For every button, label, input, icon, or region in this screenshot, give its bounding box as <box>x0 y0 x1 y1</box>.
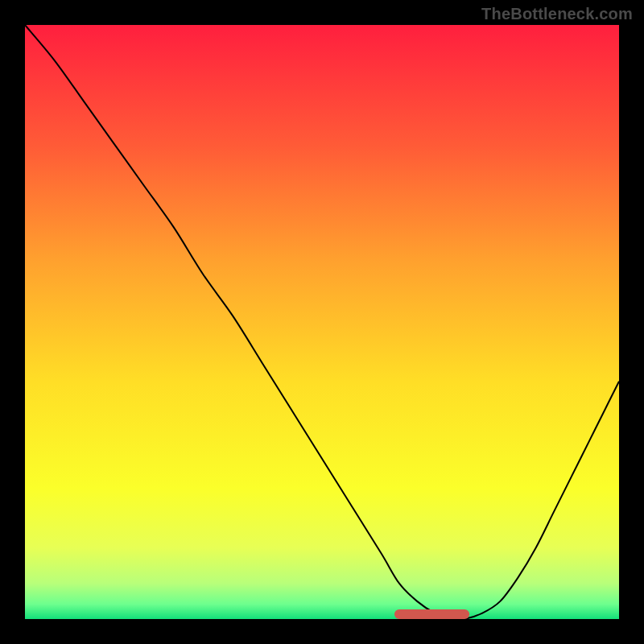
chart-stage: TheBottleneck.com <box>0 0 644 644</box>
plot-background <box>25 25 619 619</box>
bottleneck-chart <box>0 0 644 644</box>
watermark-text: TheBottleneck.com <box>481 5 633 23</box>
